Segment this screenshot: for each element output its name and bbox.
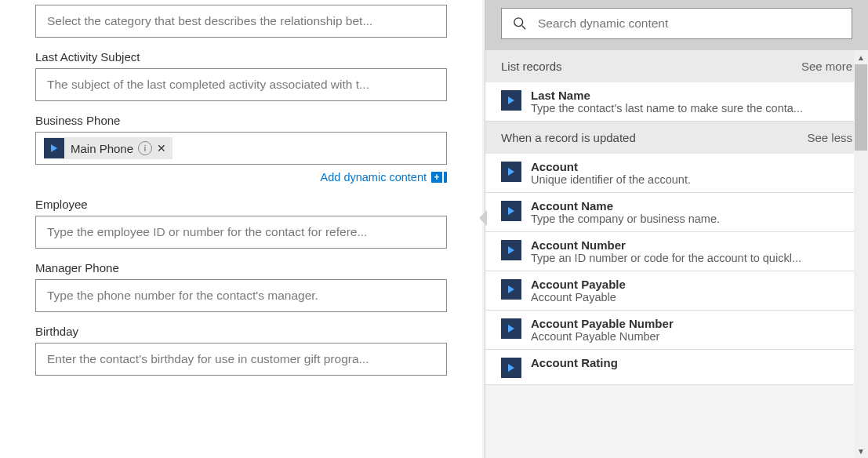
svg-line-1 <box>522 26 526 30</box>
field-manager-phone: Manager Phone Type the phone number for … <box>35 261 447 312</box>
add-dynamic-content-link[interactable]: Add dynamic content + <box>35 171 447 184</box>
field-birthday: Birthday Enter the contact's birthday fo… <box>35 325 447 376</box>
scroll-down-icon[interactable]: ▼ <box>854 444 868 458</box>
dynamic-content-panel: List records See more Last Name Type the… <box>485 0 868 458</box>
field-last-activity-subject: Last Activity Subject The subject of the… <box>35 50 447 101</box>
dynamics-icon <box>501 318 521 339</box>
dynamic-content-body: List records See more Last Name Type the… <box>485 50 868 458</box>
dc-item-account-payable[interactable]: Account Payable Account Payable <box>485 271 868 311</box>
svg-point-0 <box>514 18 523 27</box>
dc-item-desc: Type the company or business name. <box>531 213 852 225</box>
group-title: List records <box>501 60 562 73</box>
dc-item-account[interactable]: Account Unique identifier of the account… <box>485 154 868 193</box>
dc-item-desc: Account Payable Number <box>531 330 852 343</box>
scroll-thumb[interactable] <box>855 64 867 151</box>
field-category: Select the category that best describes … <box>35 5 447 38</box>
expand-bar-icon <box>444 172 447 183</box>
dc-item-desc: Type an ID number or code for the accoun… <box>531 252 852 264</box>
search-box[interactable] <box>501 8 852 39</box>
see-more-link[interactable]: See more <box>801 60 852 73</box>
group-title: When a record is updated <box>501 131 636 144</box>
business-phone-label: Business Phone <box>35 114 447 127</box>
token-main-phone[interactable]: Main Phone i ✕ <box>44 137 173 159</box>
dc-item-desc: Unique identifier of the account. <box>531 173 852 186</box>
dc-item-title: Account Payable <box>531 278 852 291</box>
dc-item-account-number[interactable]: Account Number Type an ID number or code… <box>485 232 868 271</box>
last-activity-subject-label: Last Activity Subject <box>35 50 447 64</box>
dynamics-icon <box>44 138 64 158</box>
manager-phone-label: Manager Phone <box>35 261 447 274</box>
scrollbar[interactable]: ▲ ▼ <box>854 50 868 458</box>
dc-item-account-name[interactable]: Account Name Type the company or busines… <box>485 193 868 232</box>
field-business-phone: Business Phone Main Phone i ✕ <box>35 114 447 165</box>
manager-phone-input[interactable]: Type the phone number for the contact's … <box>35 279 447 312</box>
birthday-label: Birthday <box>35 325 447 338</box>
field-employee: Employee Type the employee ID or number … <box>35 198 447 249</box>
dc-item-desc: Account Payable <box>531 291 852 304</box>
last-activity-subject-input[interactable]: The subject of the last completed activi… <box>35 68 447 101</box>
see-less-link[interactable]: See less <box>807 131 852 144</box>
dc-item-title: Account Name <box>531 199 852 213</box>
close-icon[interactable]: ✕ <box>157 142 166 154</box>
dc-item-desc: Type the contact's last name to make sur… <box>531 102 852 114</box>
dynamics-icon <box>501 162 521 182</box>
employee-input[interactable]: Type the employee ID or number for the c… <box>35 216 447 249</box>
business-phone-input[interactable]: Main Phone i ✕ <box>35 132 447 165</box>
dc-item-title: Account Payable Number <box>531 317 852 330</box>
search-wrap <box>485 0 868 50</box>
group-header-when-updated: When a record is updated See less <box>485 122 868 154</box>
search-icon <box>513 16 527 31</box>
scroll-up-icon[interactable]: ▲ <box>854 50 868 64</box>
employee-label: Employee <box>35 198 447 211</box>
birthday-input[interactable]: Enter the contact's birthday for use in … <box>35 343 447 376</box>
dc-item-title: Last Name <box>531 89 852 102</box>
dc-item-account-payable-number[interactable]: Account Payable Number Account Payable N… <box>485 311 868 350</box>
dc-item-title: Account <box>531 160 852 173</box>
flyout-pointer-icon <box>479 210 487 226</box>
info-icon[interactable]: i <box>138 141 152 155</box>
dc-item-title: Account Rating <box>531 356 852 369</box>
search-input[interactable] <box>538 16 841 31</box>
dynamics-icon <box>501 240 521 260</box>
dynamics-icon <box>501 90 521 111</box>
category-input[interactable]: Select the category that best describes … <box>35 5 447 38</box>
plus-icon: + <box>431 172 442 183</box>
dc-item-last-name[interactable]: Last Name Type the contact's last name t… <box>485 82 868 122</box>
form-panel: Select the category that best describes … <box>0 0 482 458</box>
dc-item-title: Account Number <box>531 238 852 252</box>
dynamics-icon <box>501 279 521 300</box>
dynamics-icon <box>501 358 521 378</box>
dynamics-icon <box>501 201 521 221</box>
group-header-list-records: List records See more <box>485 50 868 82</box>
token-label: Main Phone <box>71 142 133 155</box>
add-dynamic-label: Add dynamic content <box>321 171 427 184</box>
dc-item-account-rating[interactable]: Account Rating <box>485 350 868 385</box>
